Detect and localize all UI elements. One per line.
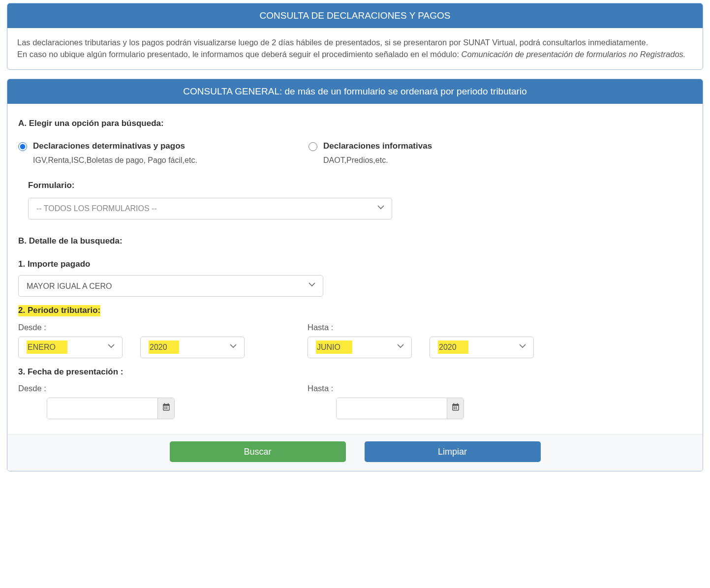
radio-informativas-sub: DAOT,Predios,etc. (323, 155, 432, 166)
importe-label: 1. Importe pagado (18, 258, 692, 271)
periodo-desde-mes-select[interactable]: ENERO (18, 337, 123, 358)
periodo-hasta-mes-select[interactable]: JUNIO (308, 337, 412, 358)
radio-determinativas-sub: IGV,Renta,ISC,Boletas de pago, Pago fáci… (33, 155, 197, 166)
radio-informativas-label: Declaraciones informativas (323, 140, 432, 153)
periodo-desde-anio-select[interactable]: 2020 (140, 337, 245, 358)
periodo-hasta-anio-select[interactable]: 2020 (430, 337, 534, 358)
fecha-hasta-calendar-button[interactable] (447, 398, 463, 419)
info-paragraph-2b: Comunicación de presentación de formular… (462, 50, 686, 59)
radio-informativas[interactable] (309, 142, 317, 151)
periodo-desde-anio-value: 2020 (149, 340, 179, 354)
periodo-label: 2. Periodo tributario: (18, 305, 692, 317)
formulario-select-value: -- TODOS LOS FORMULARIOS -- (36, 203, 157, 214)
info-panel-title: CONSULTA DE DECLARACIONES Y PAGOS (7, 3, 703, 28)
buscar-button[interactable]: Buscar (170, 441, 346, 462)
button-bar: Buscar Limpiar (7, 434, 703, 471)
chevron-down-icon (107, 341, 115, 353)
chevron-down-icon (229, 341, 237, 353)
info-panel: CONSULTA DE DECLARACIONES Y PAGOS Las de… (7, 3, 703, 70)
section-b-heading: B. Detalle de la busqueda: (18, 235, 692, 248)
calendar-icon (451, 402, 460, 415)
search-panel-title: CONSULTA GENERAL: de más de un formulari… (7, 79, 703, 104)
radio-determinativas-label: Declaraciones determinativas y pagos (33, 140, 197, 153)
chevron-down-icon (519, 341, 526, 353)
chevron-down-icon (308, 280, 316, 292)
limpiar-button[interactable]: Limpiar (365, 441, 541, 462)
formulario-select[interactable]: -- TODOS LOS FORMULARIOS -- (28, 198, 392, 219)
fecha-desde-input-wrap (47, 398, 175, 419)
calendar-icon (162, 402, 171, 415)
periodo-desde-mes-value: ENERO (27, 340, 67, 354)
fecha-hasta-label: Hasta : (308, 383, 597, 395)
radio-determinativas[interactable] (18, 142, 27, 151)
chevron-down-icon (397, 341, 404, 353)
importe-select-value: MAYOR IGUAL A CERO (27, 280, 112, 292)
search-panel: CONSULTA GENERAL: de más de un formulari… (7, 79, 703, 472)
fecha-desde-label: Desde : (18, 383, 308, 395)
section-a-heading: A. Elegir una opción para búsqueda: (18, 118, 692, 130)
info-paragraph-1: Las declaraciones tributarias y los pago… (17, 37, 693, 49)
periodo-hasta-anio-value: 2020 (438, 340, 468, 354)
fecha-hasta-input-wrap (336, 398, 464, 419)
formulario-label: Formulario: (28, 180, 692, 192)
periodo-hasta-label: Hasta : (308, 322, 597, 334)
info-paragraph-2a: En caso no ubique algún formulario prese… (17, 50, 462, 59)
fecha-desde-calendar-button[interactable] (157, 398, 174, 419)
importe-select[interactable]: MAYOR IGUAL A CERO (18, 275, 323, 297)
fecha-hasta-input[interactable] (337, 398, 447, 419)
periodo-desde-label: Desde : (18, 322, 308, 334)
fecha-desde-input[interactable] (47, 398, 157, 419)
fecha-label: 3. Fecha de presentación : (18, 366, 692, 378)
info-paragraph-2: En caso no ubique algún formulario prese… (17, 49, 693, 61)
chevron-down-icon (377, 203, 385, 215)
periodo-hasta-mes-value: JUNIO (316, 340, 352, 354)
